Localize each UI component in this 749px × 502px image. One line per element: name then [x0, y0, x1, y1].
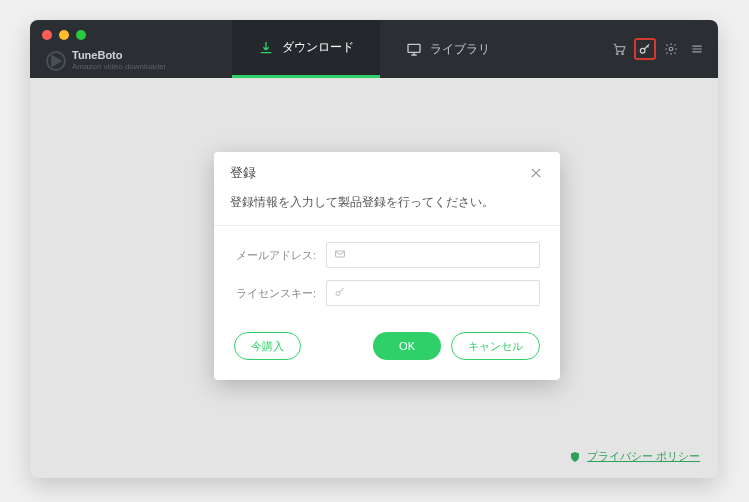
svg-marker-0: [51, 54, 62, 67]
svg-point-4: [640, 48, 645, 53]
mail-icon: [334, 246, 346, 264]
tab-download-label: ダウンロード: [282, 39, 354, 56]
svg-point-3: [622, 53, 624, 55]
brand-name: TuneBoto: [72, 50, 166, 61]
close-icon: [531, 168, 541, 178]
brand-logo-icon: [46, 51, 66, 71]
register-key-button[interactable]: [634, 38, 656, 60]
svg-point-2: [616, 53, 618, 55]
minimize-window[interactable]: [59, 30, 69, 40]
menu-button[interactable]: [686, 38, 708, 60]
modal-subtitle: 登録情報を入力して製品登録を行ってください。: [214, 190, 560, 225]
ok-button[interactable]: OK: [373, 332, 441, 360]
settings-button[interactable]: [660, 38, 682, 60]
modal-title: 登録: [230, 164, 256, 182]
privacy-link[interactable]: プライバシー ポリシー: [569, 449, 700, 464]
modal-close-button[interactable]: [528, 165, 544, 181]
cart-button[interactable]: [608, 38, 630, 60]
brand-sub: Amazon video downloader: [72, 63, 166, 71]
top-actions: [608, 38, 708, 60]
app-window: TuneBoto Amazon video downloader ダウンロード …: [30, 20, 718, 478]
privacy-label: プライバシー ポリシー: [587, 449, 700, 464]
svg-point-7: [336, 292, 340, 296]
svg-point-5: [669, 47, 673, 51]
buy-now-button[interactable]: 今購入: [234, 332, 301, 360]
cancel-button[interactable]: キャンセル: [451, 332, 540, 360]
shield-icon: [569, 451, 581, 463]
key-icon: [334, 284, 346, 302]
license-label: ライセンスキー:: [234, 286, 316, 301]
brand: TuneBoto Amazon video downloader: [46, 50, 166, 71]
register-modal: 登録 登録情報を入力して製品登録を行ってください。 メールアドレス: ライセンス…: [214, 152, 560, 380]
close-window[interactable]: [42, 30, 52, 40]
email-field[interactable]: [326, 242, 540, 268]
nav-tabs: ダウンロード ライブラリ: [232, 20, 516, 78]
license-field[interactable]: [326, 280, 540, 306]
divider: [214, 225, 560, 226]
window-controls: [42, 30, 86, 40]
tab-library-label: ライブラリ: [430, 41, 490, 58]
titlebar: TuneBoto Amazon video downloader ダウンロード …: [30, 20, 718, 78]
svg-rect-1: [408, 44, 420, 52]
tab-library[interactable]: ライブラリ: [380, 20, 516, 78]
maximize-window[interactable]: [76, 30, 86, 40]
tab-download[interactable]: ダウンロード: [232, 20, 380, 78]
email-label: メールアドレス:: [234, 248, 316, 263]
